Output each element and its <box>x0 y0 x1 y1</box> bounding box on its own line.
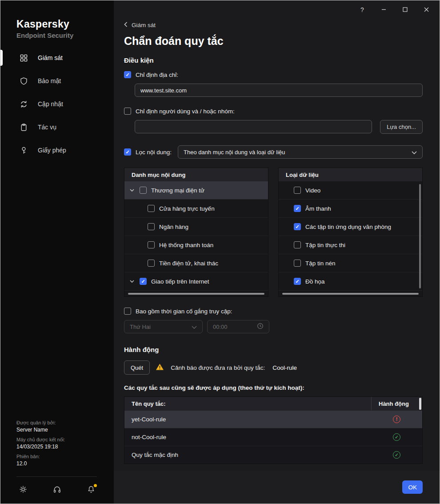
filter-panels: Danh mục nội dung Thương mại điện tử Cửa… <box>124 168 423 297</box>
sidebar-spacer <box>0 162 114 416</box>
sidebar-item-monitoring[interactable]: Giám sát <box>0 46 114 69</box>
category-row[interactable]: Giao tiếp trên Internet <box>124 272 268 291</box>
address-input[interactable] <box>135 84 423 97</box>
schedule-checkbox[interactable] <box>124 308 131 315</box>
datatype-checkbox[interactable] <box>294 187 301 194</box>
datatype-row[interactable]: Các tập tin ứng dụng văn phòng <box>279 218 422 236</box>
sidebar-item-label: Bảo mật <box>38 77 61 84</box>
category-label: Hệ thống thanh toán <box>159 242 213 248</box>
version-value: 12.0 <box>16 460 105 467</box>
rule-name-cell: Quy tắc mặc định <box>124 452 371 458</box>
datatype-row[interactable]: Tập tin thực thi <box>279 236 422 254</box>
chevron-down-icon <box>192 324 197 330</box>
shield-icon <box>19 76 28 85</box>
help-button[interactable]: ? <box>358 5 367 14</box>
settings-button[interactable] <box>19 485 27 495</box>
clock-icon <box>257 323 264 331</box>
datatypes-panel: Loại dữ liệu Video Âm thanh Các tập tin … <box>278 168 423 297</box>
sidebar-item-tasks[interactable]: Tác vụ <box>0 116 114 139</box>
close-button[interactable] <box>422 5 431 14</box>
horizontal-scrollbar[interactable] <box>128 293 264 295</box>
choose-button[interactable]: Lựa chọn... <box>380 120 423 134</box>
sidebar-item-label: Tác vụ <box>38 124 56 131</box>
category-row[interactable]: Thương mại điện tử <box>124 181 268 200</box>
category-checkbox[interactable] <box>148 241 155 248</box>
datatype-label: Tập tin thực thi <box>305 242 345 248</box>
server-info: Được quản lý bởi: Server Name Máy chủ đư… <box>0 416 114 473</box>
titlebar: ? <box>114 0 440 19</box>
sidebar-item-license[interactable]: Giấy phép <box>0 139 114 162</box>
page-title: Chẩn đoán quy tắc <box>124 34 423 48</box>
scrollbar-thumb[interactable] <box>128 293 264 295</box>
category-label: Giao tiếp trên Internet <box>151 278 209 285</box>
scrollbar-thumb[interactable] <box>282 293 419 295</box>
minimize-button[interactable] <box>379 5 388 14</box>
datatype-label: Các tập tin ứng dụng văn phòng <box>305 224 391 230</box>
day-select: Thứ Hai <box>124 320 203 333</box>
main-area: ? Giám sát Chẩn đoán quy tắc Điều kiện C… <box>114 0 440 504</box>
maximize-button[interactable] <box>400 5 409 14</box>
vertical-scrollbar[interactable] <box>419 184 421 288</box>
content-filter-checkbox[interactable] <box>124 148 131 156</box>
rule-row[interactable]: not-Cool-rule <box>124 428 422 446</box>
rules-table: Tên quy tắc: Hành động yet-Cool-rule not… <box>124 396 423 464</box>
datatype-label: Âm thanh <box>305 205 331 212</box>
category-row[interactable]: Cửa hàng trực tuyến <box>124 200 268 218</box>
chevron-down-icon <box>412 149 417 156</box>
logo-title: Kaspersky <box>16 18 114 30</box>
rule-row[interactable]: yet-Cool-rule <box>124 410 422 428</box>
datatype-row[interactable]: Đồ họa <box>279 272 422 291</box>
schedule-label: Bao gồm thời gian cố gắng truy cập: <box>136 308 232 315</box>
sidebar-item-update[interactable]: Cập nhật <box>0 92 114 116</box>
rule-row[interactable]: Quy tắc mặc định <box>124 446 422 464</box>
users-check-row: Chỉ định người dùng và / hoặc nhóm: <box>124 108 423 115</box>
schedule-check-row: Bao gồm thời gian cố gắng truy cập: <box>124 308 423 315</box>
scan-button[interactable]: Quét <box>124 360 150 375</box>
users-input[interactable] <box>135 120 372 133</box>
horizontal-scrollbar[interactable] <box>282 293 419 295</box>
datatype-checkbox[interactable] <box>294 278 301 285</box>
sidebar-item-security[interactable]: Bảo mật <box>0 69 114 92</box>
chevron-down-icon[interactable] <box>129 189 135 192</box>
datatype-checkbox[interactable] <box>294 260 301 267</box>
category-row[interactable]: Tiền điện tử, khai thác <box>124 254 268 272</box>
category-checkbox[interactable] <box>148 223 155 230</box>
maximize-icon <box>403 6 408 13</box>
content-filter-select[interactable]: Theo danh mục nội dung và loại dữ liệu <box>178 145 423 159</box>
headset-icon <box>53 485 61 496</box>
address-check-row: Chỉ định địa chỉ: <box>124 71 423 78</box>
table-scrollbar[interactable] <box>419 398 421 410</box>
users-checkbox[interactable] <box>124 108 131 115</box>
bell-icon <box>87 485 95 495</box>
datatype-row[interactable]: Video <box>279 181 422 200</box>
category-checkbox[interactable] <box>148 205 155 212</box>
grid-icon <box>19 53 28 62</box>
notifications-button[interactable] <box>87 485 95 495</box>
key-icon <box>19 146 28 155</box>
address-checkbox[interactable] <box>124 71 131 78</box>
categories-panel-header: Danh mục nội dung <box>124 168 268 181</box>
footer-bar: OK <box>114 471 440 504</box>
category-checkbox[interactable] <box>140 187 147 194</box>
category-checkbox[interactable] <box>148 260 155 267</box>
category-checkbox[interactable] <box>140 278 147 285</box>
datatype-label: Đồ họa <box>305 278 325 285</box>
category-row[interactable]: Ngân hàng <box>124 218 268 236</box>
rules-table-header: Tên quy tắc: Hành động <box>124 397 422 410</box>
refresh-icon <box>19 100 28 108</box>
time-input: 00:00 <box>207 320 269 333</box>
sidebar-item-label: Cập nhật <box>38 100 63 108</box>
ok-button[interactable]: OK <box>402 480 423 494</box>
datatype-checkbox[interactable] <box>294 241 301 248</box>
status-icon <box>393 433 400 441</box>
category-label: Ngân hàng <box>159 224 188 230</box>
datatype-row[interactable]: Âm thanh <box>279 200 422 218</box>
back-button[interactable]: Giám sát <box>124 21 156 29</box>
chevron-down-icon[interactable] <box>129 280 135 283</box>
datatype-row[interactable]: Tập tin nén <box>279 254 422 272</box>
action-heading: Hành động <box>124 346 423 353</box>
datatype-checkbox[interactable] <box>294 223 301 230</box>
category-row[interactable]: Hệ thống thanh toán <box>124 236 268 254</box>
datatype-checkbox[interactable] <box>294 205 301 212</box>
support-button[interactable] <box>53 485 61 496</box>
